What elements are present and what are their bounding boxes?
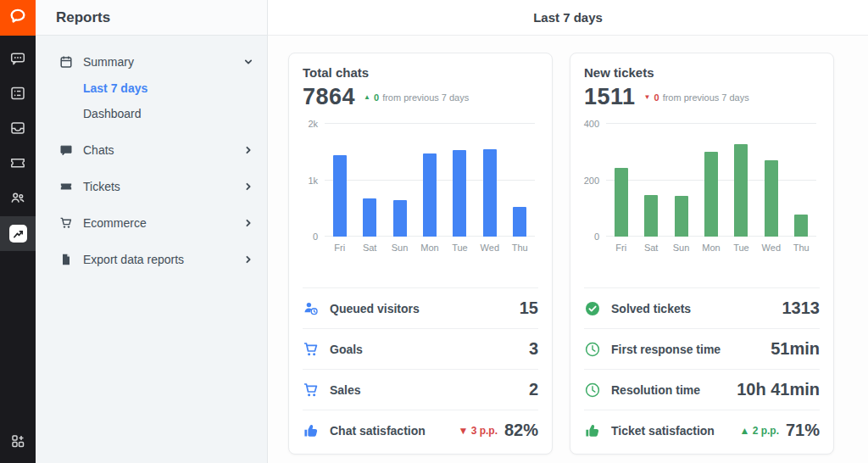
- bar-Sun[interactable]: [393, 200, 407, 237]
- rail-item-archives[interactable]: [0, 77, 36, 112]
- rail-item-reports[interactable]: [0, 216, 36, 251]
- x-tick-label: Sat: [636, 243, 665, 253]
- x-axis-labels: FriSatSunMonTueWedThu: [606, 243, 816, 253]
- sidebar-body: Summary Last 7 days Dashboard Chats: [36, 36, 267, 271]
- sidebar-item-summary[interactable]: Summary: [59, 50, 253, 74]
- kpi-delta: ▼ 0 from previous 7 days: [644, 92, 749, 103]
- bar-slot: [666, 124, 696, 237]
- x-tick-label: Thu: [787, 243, 816, 253]
- stat-label: Goals: [330, 343, 363, 356]
- page-header: Last 7 days: [268, 0, 868, 36]
- stat-value: 3: [529, 339, 538, 359]
- chevron-right-icon: [243, 145, 253, 155]
- sidebar-item-chats[interactable]: Chats: [59, 138, 253, 162]
- cart-icon: [303, 382, 320, 399]
- bar-slot: [505, 124, 535, 237]
- livechat-logo[interactable]: [0, 0, 36, 36]
- kpi-row: 1511 ▼ 0 from previous 7 days: [584, 84, 820, 110]
- ticket-icon: [9, 154, 26, 175]
- chevron-right-icon: [243, 181, 253, 192]
- bar-Wed[interactable]: [483, 149, 497, 237]
- bar-Mon[interactable]: [704, 152, 718, 237]
- stat-row-resolution-time[interactable]: Resolution time 10h 41min: [584, 369, 820, 410]
- bar-Mon[interactable]: [423, 153, 437, 237]
- icon-rail: [0, 0, 36, 463]
- bar-slot: [636, 124, 665, 237]
- stat-row-sales[interactable]: Sales 2: [303, 369, 538, 410]
- bar-slot: [726, 124, 756, 237]
- bar-Wed[interactable]: [765, 160, 778, 237]
- rail-item-chats[interactable]: [0, 42, 36, 77]
- stat-row-queued-visitors[interactable]: Queued visitors 15: [303, 287, 538, 328]
- x-tick-label: Wed: [475, 243, 504, 253]
- stat-row-chat-satisfaction[interactable]: Chat satisfaction ▼ 3 p.p. 82%: [303, 410, 538, 450]
- rail-item-apps[interactable]: [0, 425, 36, 460]
- x-tick-label: Mon: [415, 243, 444, 253]
- shopping-cart-icon: [59, 216, 73, 230]
- stat-delta: ▼ 3 p.p.: [458, 425, 498, 437]
- bars: [325, 124, 535, 237]
- bar-Sun[interactable]: [675, 196, 688, 237]
- stat-row-ticket-satisfaction[interactable]: Ticket satisfaction ▲ 2 p.p. 71%: [584, 410, 820, 450]
- main-area: Last 7 days Total chats 7864 ▲ 0 from pr…: [268, 0, 868, 463]
- sidebar-item-ecommerce[interactable]: Ecommerce: [59, 211, 253, 235]
- x-tick-label: Thu: [505, 243, 535, 253]
- stat-label: Ticket satisfaction: [611, 424, 715, 438]
- sidebar-item-dashboard[interactable]: Dashboard: [83, 101, 253, 126]
- rail-item-tickets[interactable]: [0, 147, 36, 181]
- y-tick-label: 200: [584, 176, 599, 186]
- bars: [606, 124, 816, 237]
- y-tick-label: 1k: [308, 176, 318, 186]
- y-tick-label: 2k: [308, 119, 318, 129]
- sub-item-label: Dashboard: [83, 107, 142, 120]
- bar-slot: [475, 124, 504, 237]
- bar-Sat[interactable]: [363, 198, 376, 237]
- total-chats-value: 7864: [303, 84, 355, 110]
- sub-item-label: Last 7 days: [83, 81, 147, 95]
- bar-Tue[interactable]: [734, 144, 748, 237]
- calendar-icon: [59, 55, 73, 69]
- thumb-up-icon: [584, 422, 601, 439]
- stat-row-first-response-time[interactable]: First response time 51min: [584, 328, 820, 369]
- chat-bubble-icon: [59, 143, 73, 157]
- summary-sub-list: Last 7 days Dashboard: [83, 75, 253, 126]
- file-document-icon: [59, 253, 73, 266]
- queued-visitor-icon: [303, 300, 320, 317]
- list-icon: [9, 85, 26, 105]
- bar-Tue[interactable]: [453, 150, 466, 237]
- page-title: Last 7 days: [533, 10, 603, 25]
- new-tickets-value: 1511: [584, 84, 636, 110]
- x-tick-label: Wed: [756, 243, 786, 253]
- x-tick-label: Mon: [696, 243, 726, 253]
- bar-Fri[interactable]: [333, 155, 347, 237]
- sidebar-item-label: Ecommerce: [83, 216, 147, 230]
- check-circle-icon: [584, 300, 601, 317]
- delta-value: 0: [654, 92, 659, 103]
- kpi-delta: ▲ 0 from previous 7 days: [364, 92, 469, 103]
- rail-item-inbox[interactable]: [0, 112, 36, 147]
- stat-label: Chat satisfaction: [330, 424, 426, 438]
- stat-value: 71%: [786, 421, 820, 440]
- clock-icon: [584, 382, 601, 399]
- bar-Sat[interactable]: [644, 195, 658, 237]
- stat-row-goals[interactable]: Goals 3: [303, 328, 538, 369]
- sidebar-item-export-data-reports[interactable]: Export data reports: [59, 248, 253, 271]
- stat-label: Sales: [330, 383, 361, 397]
- stat-label: Solved tickets: [611, 302, 691, 315]
- app-root: Reports Summary Last 7 days Dashboard: [0, 0, 868, 463]
- bar-Fri[interactable]: [615, 168, 628, 237]
- rail-item-team[interactable]: [0, 181, 36, 216]
- chevron-down-icon: [243, 57, 253, 67]
- sidebar-item-tickets[interactable]: Tickets: [59, 175, 253, 198]
- sidebar-item-label: Tickets: [83, 180, 120, 193]
- stat-value: 10h 41min: [737, 380, 820, 399]
- bar-Thu[interactable]: [794, 215, 808, 237]
- bar-slot: [756, 124, 786, 237]
- sidebar-item-last-7-days[interactable]: Last 7 days: [83, 75, 253, 101]
- new-tickets-chart: 0200400 FriSatSunMonTueWedThu: [584, 124, 820, 253]
- stat-label: Resolution time: [611, 383, 700, 397]
- bar-Thu[interactable]: [513, 207, 526, 237]
- stat-row-solved-tickets[interactable]: Solved tickets 1313: [584, 287, 820, 328]
- bar-slot: [354, 124, 384, 237]
- sidebar-item-label: Chats: [83, 143, 114, 157]
